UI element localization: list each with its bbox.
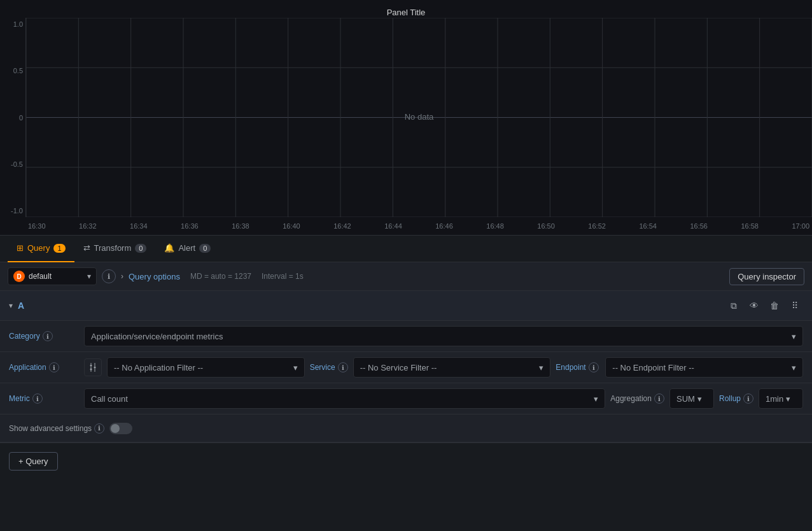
svg-point-21 xyxy=(90,365,92,367)
query-inspector-button[interactable]: Query inspector xyxy=(729,268,804,285)
alert-tab-badge: 0 xyxy=(199,244,211,253)
metric-chevron-icon: ▾ xyxy=(594,394,598,404)
add-query-bar: + Query xyxy=(0,443,812,479)
rollup-info-button[interactable]: ℹ xyxy=(743,393,753,404)
x-label-2: 16:34 xyxy=(130,222,148,230)
x-label-5: 16:40 xyxy=(283,222,300,230)
x-label-3: 16:36 xyxy=(181,222,199,230)
query-meta-md: MD = auto = 1237 xyxy=(190,272,251,281)
no-data-label: No data xyxy=(405,112,434,122)
aggregation-label-text: Aggregation xyxy=(610,394,652,403)
advanced-settings-row: Show advanced settings ℹ xyxy=(0,414,812,442)
x-label-13: 16:56 xyxy=(690,222,708,230)
endpoint-label: Endpoint ℹ xyxy=(556,362,600,372)
application-chevron-icon: ▾ xyxy=(293,363,298,372)
breadcrumb-chevron: › xyxy=(121,272,123,281)
transform-tab-icon: ⇄ xyxy=(83,243,90,253)
chart-area: Panel Title 1.0 0.5 0 -0.5 -1.0 xyxy=(0,0,812,236)
query-tab-badge: 1 xyxy=(53,244,65,253)
query-tab-icon: ⊞ xyxy=(17,243,24,253)
service-chevron-icon: ▾ xyxy=(539,363,543,372)
x-label-8: 16:46 xyxy=(435,222,453,230)
x-label-1: 16:32 xyxy=(79,222,97,230)
y-label-3: 0 xyxy=(19,114,23,122)
rollup-select[interactable]: 1min ▾ xyxy=(759,388,803,409)
collapse-button[interactable]: ▾ xyxy=(9,301,13,310)
query-name-a: A xyxy=(18,301,24,311)
y-label-1: 1.0 xyxy=(13,20,23,28)
rollup-chevron-icon: ▾ xyxy=(786,394,790,404)
add-query-button[interactable]: + Query xyxy=(9,452,58,471)
x-label-7: 16:44 xyxy=(384,222,402,230)
chevron-down-icon: ▾ xyxy=(87,272,91,281)
advanced-settings-label: Show advanced settings ℹ xyxy=(9,423,104,434)
chart-inner: 1.0 0.5 0 -0.5 -1.0 xyxy=(0,18,812,235)
x-label-4: 16:38 xyxy=(232,222,249,230)
query-header-actions: ⧉ 👁 🗑 ⠿ xyxy=(725,297,803,314)
service-label: Service ℹ xyxy=(310,362,348,372)
y-label-4: -0.5 xyxy=(11,160,23,168)
datasource-label: default xyxy=(29,272,52,281)
category-info-button[interactable]: ℹ xyxy=(43,331,53,341)
application-info-button[interactable]: ℹ xyxy=(49,362,59,372)
x-label-0: 16:30 xyxy=(28,222,46,230)
panel-container: Panel Title 1.0 0.5 0 -0.5 -1.0 xyxy=(0,0,812,531)
datasource-select[interactable]: D default ▾ xyxy=(8,267,97,285)
endpoint-select[interactable]: -- No Endpoint Filter -- ▾ xyxy=(605,357,803,378)
service-label-text: Service xyxy=(310,363,335,372)
transform-tab-badge: 0 xyxy=(135,244,146,253)
application-placeholder: -- No Application Filter -- xyxy=(114,363,203,372)
category-chevron-icon: ▾ xyxy=(792,332,796,341)
query-options-bar: D default ▾ ℹ › Query options MD = auto … xyxy=(0,262,812,291)
query-section-a: ▾ A ⧉ 👁 🗑 ⠿ Category ℹ Application/servi… xyxy=(0,291,812,443)
tab-transform[interactable]: ⇄ Transform 0 xyxy=(74,236,156,262)
aggregation-label: Aggregation ℹ xyxy=(610,393,664,404)
application-label-text: Application xyxy=(9,363,46,372)
metric-row: Metric ℹ Call count ▾ Aggregation ℹ SUM … xyxy=(0,383,812,414)
sum-value: SUM xyxy=(676,394,695,404)
alert-tab-label: Alert xyxy=(178,243,195,253)
remove-button[interactable]: 🗑 xyxy=(766,297,783,314)
service-placeholder: -- No Service Filter -- xyxy=(360,363,437,372)
category-value: Application/service/endpoint metrics xyxy=(91,332,223,341)
tab-alert[interactable]: 🔔 Alert 0 xyxy=(155,236,220,262)
x-label-14: 16:58 xyxy=(741,222,759,230)
service-info-button[interactable]: ℹ xyxy=(338,362,348,372)
x-label-6: 16:42 xyxy=(333,222,351,230)
datasource-icon: D xyxy=(13,271,25,282)
metric-label: Metric ℹ xyxy=(9,393,79,404)
application-select[interactable]: -- No Application Filter -- ▾ xyxy=(107,357,305,378)
y-label-2: 0.5 xyxy=(13,67,23,74)
sum-select[interactable]: SUM ▾ xyxy=(669,388,714,409)
sum-chevron-icon: ▾ xyxy=(697,394,702,404)
advanced-info-button[interactable]: ℹ xyxy=(94,423,104,434)
aggregation-info-button[interactable]: ℹ xyxy=(654,393,664,404)
tab-query[interactable]: ⊞ Query 1 xyxy=(8,236,74,262)
chart-grid: No data xyxy=(25,18,812,217)
service-select[interactable]: -- No Service Filter -- ▾ xyxy=(353,357,551,378)
rollup-value: 1min xyxy=(766,394,783,404)
filter-icon-button[interactable] xyxy=(84,358,102,376)
x-label-11: 16:52 xyxy=(588,222,606,230)
category-label-text: Category xyxy=(9,332,40,341)
tabs-bar: ⊞ Query 1 ⇄ Transform 0 🔔 Alert 0 xyxy=(0,236,812,262)
metric-select[interactable]: Call count ▾ xyxy=(84,388,605,409)
datasource-info-button[interactable]: ℹ xyxy=(102,269,116,283)
endpoint-placeholder: -- No Endpoint Filter -- xyxy=(612,363,694,372)
endpoint-info-button[interactable]: ℹ xyxy=(589,362,599,372)
drag-handle[interactable]: ⠿ xyxy=(787,297,803,314)
transform-tab-label: Transform xyxy=(94,243,132,253)
advanced-settings-toggle[interactable] xyxy=(109,423,132,434)
hide-button[interactable]: 👁 xyxy=(746,297,762,314)
alert-tab-icon: 🔔 xyxy=(164,243,174,253)
y-axis: 1.0 0.5 0 -0.5 -1.0 xyxy=(0,18,25,217)
rollup-label-text: Rollup xyxy=(719,394,741,403)
query-tab-label: Query xyxy=(27,243,50,253)
duplicate-button[interactable]: ⧉ xyxy=(725,297,742,314)
y-label-5: -1.0 xyxy=(11,207,23,215)
x-label-12: 16:54 xyxy=(639,222,657,230)
metric-info-button[interactable]: ℹ xyxy=(32,393,43,404)
category-select[interactable]: Application/service/endpoint metrics ▾ xyxy=(84,326,803,346)
query-section-header: ▾ A ⧉ 👁 🗑 ⠿ xyxy=(0,291,812,321)
query-options-link[interactable]: Query options xyxy=(129,272,180,281)
